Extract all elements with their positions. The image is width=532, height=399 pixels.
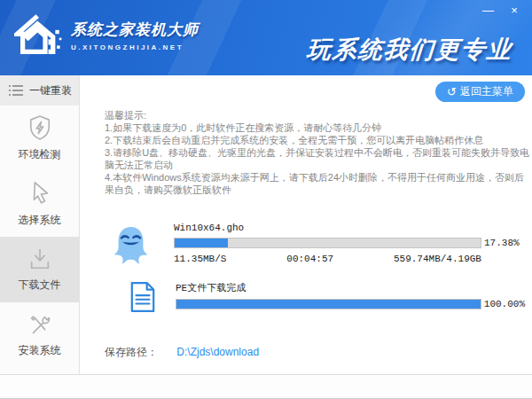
sidebar: 一键重装 环境检测 选择系统: [0, 75, 80, 374]
tip-line-2: 2.下载结束后会自动重启并完成系统的安装，全程无需干预，您可以离开电脑帖稍作休息: [105, 134, 532, 146]
sidebar-item-select-system[interactable]: 选择系统: [0, 171, 79, 237]
footer-bar: [0, 374, 532, 398]
sidebar-item-label: 环境检测: [19, 147, 61, 162]
progress-percent: 100.00%: [484, 299, 525, 309]
sidebar-item-label: 选择系统: [19, 213, 61, 228]
brand-title: 系统之家装机大师: [71, 20, 199, 40]
tools-icon: [27, 312, 52, 337]
download-filename: PE文件下载完成: [176, 281, 525, 294]
download-row-system-image: Win10x64.gho 17.38% 11.35MB/S 00:04:57 5…: [80, 223, 532, 267]
tip-line-4: 4.本软件Windows系统资源均来源于网上，请下载后24小时删除，不得用于任何…: [105, 171, 532, 196]
progress-fill: [176, 300, 481, 309]
progress-percent: 17.38%: [484, 238, 525, 248]
ghost-icon: [110, 224, 152, 267]
tip-line-3: 3.请移除U盘、移动硬盘、光驱里的光盘，并保证安装过程中不会断电，否则重装可能失…: [105, 146, 532, 171]
sidebar-item-install-system[interactable]: 安装系统: [0, 302, 79, 368]
download-speed: 11.35MB/S: [174, 254, 226, 264]
save-path-label: 保存路径：: [105, 346, 158, 358]
brand-text: 系统之家装机大师 U.XITONGZHIJIA.NET: [71, 20, 199, 51]
close-button[interactable]: ×: [505, 4, 523, 17]
tips-block: 温馨提示: 1.如果下载速度为0，此时软件正在搜索资源，请耐心等待几分钟 2.下…: [105, 109, 532, 196]
save-path-row: 保存路径： D:\Zjds\download: [105, 345, 259, 360]
sidebar-item-download-files[interactable]: 下载文件: [0, 237, 79, 302]
sidebar-item-label: 下载文件: [19, 278, 61, 293]
download-size: 559.74MB/4.19GB: [394, 254, 481, 264]
menu-icon: [9, 84, 23, 97]
download-time-remaining: 00:04:57: [286, 254, 333, 264]
return-main-menu-button[interactable]: ↺ 返回主菜单: [435, 82, 525, 102]
sidebar-item-label: 一键重装: [29, 83, 72, 98]
sidebar-item-label: 安装系统: [19, 343, 61, 358]
sidebar-item-env-check[interactable]: 环境检测: [0, 106, 79, 171]
app-header: — × 系统之家装机大师 U.XITONGZHIJIA.NET 玩系统我们更专业: [0, 0, 532, 75]
window-controls: — ×: [473, 4, 523, 17]
header-slogan: 玩系统我们更专业: [306, 34, 514, 66]
progress-bar-system-image: [174, 238, 481, 248]
back-arrow-icon: ↺: [447, 86, 457, 98]
tips-title: 温馨提示:: [105, 109, 532, 121]
download-row-pe-file: PE文件下载完成 100.00%: [80, 281, 532, 313]
download-filename: Win10x64.gho: [174, 223, 525, 233]
brand: 系统之家装机大师 U.XITONGZHIJIA.NET: [14, 12, 199, 59]
brand-url: U.XITONGZHIJIA.NET: [71, 43, 199, 51]
progress-bar-pe-file: [176, 299, 481, 309]
download-stats: 11.35MB/S 00:04:57 559.74MB/4.19GB: [174, 254, 481, 264]
minimize-button[interactable]: —: [479, 4, 497, 17]
download-icon: [27, 246, 52, 271]
document-icon: [129, 281, 156, 313]
cursor-icon: [27, 180, 52, 207]
sidebar-item-onekey-reinstall[interactable]: 一键重装: [0, 75, 79, 106]
main-panel: ↺ 返回主菜单 温馨提示: 1.如果下载速度为0，此时软件正在搜索资源，请耐心等…: [80, 75, 532, 374]
tip-line-1: 1.如果下载速度为0，此时软件正在搜索资源，请耐心等待几分钟: [105, 121, 532, 134]
shield-lightning-icon: [27, 114, 52, 141]
house-logo-icon: [14, 12, 64, 59]
save-path-link[interactable]: D:\Zjds\download: [176, 346, 259, 358]
back-button-label: 返回主菜单: [460, 84, 513, 99]
app-window: — × 系统之家装机大师 U.XITONGZHIJIA.NET 玩系统我们更专业: [0, 0, 532, 399]
progress-fill: [175, 239, 228, 247]
